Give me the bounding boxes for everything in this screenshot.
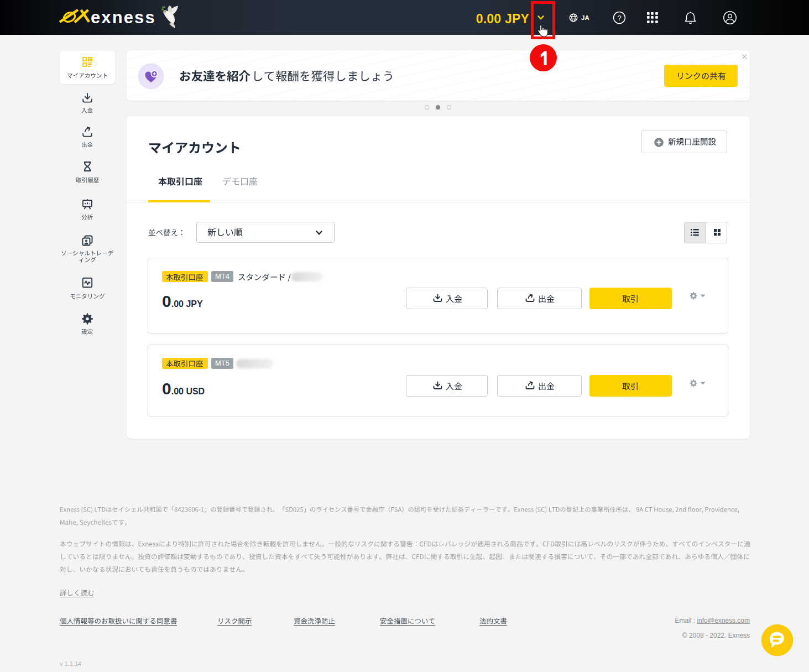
svg-text:?: ? <box>617 14 621 22</box>
